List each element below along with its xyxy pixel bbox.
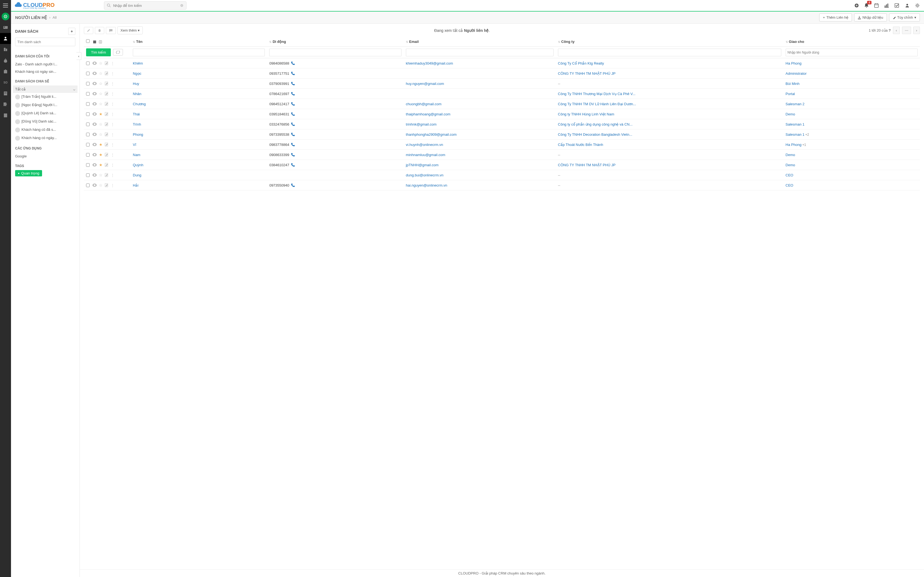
page-options-button[interactable]: ⋯: [902, 27, 911, 34]
edit-button[interactable]: [84, 27, 93, 34]
user-icon[interactable]: [905, 3, 909, 8]
contact-name[interactable]: Huy: [133, 82, 139, 86]
filter-company[interactable]: [558, 48, 781, 56]
breadcrumb-title[interactable]: NGƯỜI LIÊN HỆ: [15, 15, 47, 20]
next-page-button[interactable]: ›: [913, 27, 920, 34]
sidebar-doc-icon[interactable]: [0, 110, 11, 121]
assigned-link[interactable]: Portal: [786, 92, 795, 96]
star-icon[interactable]: ☆: [99, 173, 103, 177]
contact-name[interactable]: Hải: [133, 183, 138, 187]
delete-button[interactable]: [95, 27, 104, 34]
edit-icon[interactable]: [105, 122, 108, 126]
assigned-link[interactable]: Salesman 1: [786, 132, 804, 137]
assigned-link[interactable]: Demo: [786, 163, 795, 167]
eye-icon[interactable]: [92, 122, 97, 126]
row-checkbox[interactable]: [86, 163, 90, 167]
edit-icon[interactable]: [105, 132, 108, 136]
sidebar-list-icon[interactable]: [0, 88, 11, 99]
phone-icon[interactable]: [291, 153, 295, 156]
list-search-input[interactable]: [15, 38, 75, 46]
gear-icon[interactable]: [915, 3, 920, 8]
company-link[interactable]: CÔNG TY TNHH TM NHẬT PHÚ JP: [558, 163, 615, 167]
my-list-item[interactable]: Khách hàng có ngày sin...: [15, 68, 75, 75]
email-link[interactable]: trinhnk@gmail.com: [406, 122, 436, 126]
global-search[interactable]: [104, 2, 186, 10]
row-checkbox[interactable]: [86, 112, 90, 116]
eye-icon[interactable]: [92, 112, 97, 116]
edit-icon[interactable]: [105, 153, 108, 156]
add-icon[interactable]: [855, 3, 859, 8]
eye-icon[interactable]: [92, 82, 97, 85]
row-checkbox[interactable]: [86, 61, 90, 65]
eye-icon[interactable]: [92, 163, 97, 166]
column-view-icon[interactable]: ◫: [99, 40, 102, 44]
edit-icon[interactable]: [105, 183, 108, 187]
edit-icon[interactable]: [105, 61, 108, 65]
star-icon[interactable]: ☆: [99, 61, 103, 65]
shared-list-item[interactable]: [Ngọc Đặng] Người l...: [15, 101, 75, 110]
assigned-link[interactable]: Salesman 1: [786, 122, 804, 126]
phone-icon[interactable]: [291, 102, 295, 106]
import-button[interactable]: Nhập dữ liệu: [854, 13, 887, 21]
sidebar-edit-icon[interactable]: [0, 99, 11, 110]
email-link[interactable]: dung.bui@onlinecrm.vn: [406, 173, 444, 177]
row-checkbox[interactable]: [86, 82, 90, 85]
add-contact-button[interactable]: +Thêm Liên hệ: [819, 13, 852, 21]
edit-icon[interactable]: [105, 92, 108, 96]
more-icon[interactable]: ⋮: [111, 82, 115, 86]
more-icon[interactable]: ⋮: [111, 173, 115, 177]
eye-icon[interactable]: [92, 92, 97, 95]
filter-name[interactable]: [133, 48, 265, 56]
more-icon[interactable]: ⋮: [111, 132, 115, 137]
contact-name[interactable]: Dung: [133, 173, 141, 177]
email-link[interactable]: huy.nguyen@gmail.com: [406, 82, 444, 86]
my-list-item[interactable]: Zalo - Danh sách người l...: [15, 60, 75, 68]
sidebar-card-icon[interactable]: [0, 22, 11, 33]
contact-name[interactable]: Ngọc: [133, 71, 141, 76]
logo[interactable]: CLOUDPRO Cloud CRM By Industry: [14, 2, 55, 9]
assigned-link[interactable]: Ha Phong: [786, 61, 801, 65]
assigned-link[interactable]: Bùi Minh: [786, 82, 800, 86]
star-icon[interactable]: ☆: [99, 122, 103, 126]
contact-name[interactable]: Vĩ: [133, 143, 136, 147]
more-icon[interactable]: ⋮: [111, 153, 115, 157]
more-icon[interactable]: ⋮: [111, 122, 115, 126]
edit-icon[interactable]: [105, 163, 108, 167]
company-link[interactable]: Công ty TNHH Hùng Linh Việt Nam: [558, 112, 614, 116]
filter-mobile[interactable]: [269, 48, 401, 56]
eye-icon[interactable]: [92, 133, 97, 136]
grid-view-icon[interactable]: ▦: [93, 40, 96, 44]
row-checkbox[interactable]: [86, 184, 90, 187]
company-link[interactable]: Cấp Thoát Nước Bến Thành: [558, 143, 603, 147]
contact-name[interactable]: Trình: [133, 122, 141, 126]
company-link[interactable]: Công Ty TNHH Thương Mại Dịch Vụ Cà Phê V…: [558, 92, 635, 96]
star-icon[interactable]: ☆: [99, 81, 103, 86]
row-checkbox[interactable]: [86, 102, 90, 106]
contact-name[interactable]: Thái: [133, 112, 140, 116]
phone-icon[interactable]: [291, 61, 295, 65]
filter-assigned[interactable]: [786, 48, 918, 56]
eye-icon[interactable]: [92, 72, 97, 75]
assigned-link[interactable]: CEO: [786, 183, 793, 187]
add-list-button[interactable]: +: [68, 28, 75, 35]
filter-email[interactable]: [406, 48, 554, 56]
contact-name[interactable]: Khiêm: [133, 61, 143, 65]
star-icon[interactable]: ☆: [99, 183, 103, 187]
star-icon[interactable]: ★: [99, 142, 103, 147]
email-link[interactable]: minhnamluu@gmail.com: [406, 153, 445, 157]
star-icon[interactable]: ★: [99, 112, 103, 116]
shared-list-item[interactable]: [Quỳnh Lê] Danh sá...: [15, 110, 75, 118]
email-link[interactable]: thanhphongha2909@gmail.com: [406, 132, 457, 137]
assigned-link[interactable]: CEO: [786, 173, 793, 177]
assigned-link[interactable]: Demo: [786, 153, 795, 157]
col-name[interactable]: ⇅Tên: [131, 37, 267, 47]
edit-icon[interactable]: [105, 173, 108, 177]
more-icon[interactable]: ⋮: [111, 163, 115, 167]
sidebar-badge-icon[interactable]: [0, 66, 11, 77]
company-link[interactable]: CÔNG TY TNHH TM NHẬT PHÚ JP: [558, 71, 615, 76]
chevron-down-icon[interactable]: [180, 4, 183, 7]
row-checkbox[interactable]: [86, 153, 90, 156]
eye-icon[interactable]: [92, 102, 97, 105]
star-icon[interactable]: ☆: [99, 132, 103, 137]
eye-icon[interactable]: [92, 61, 97, 65]
